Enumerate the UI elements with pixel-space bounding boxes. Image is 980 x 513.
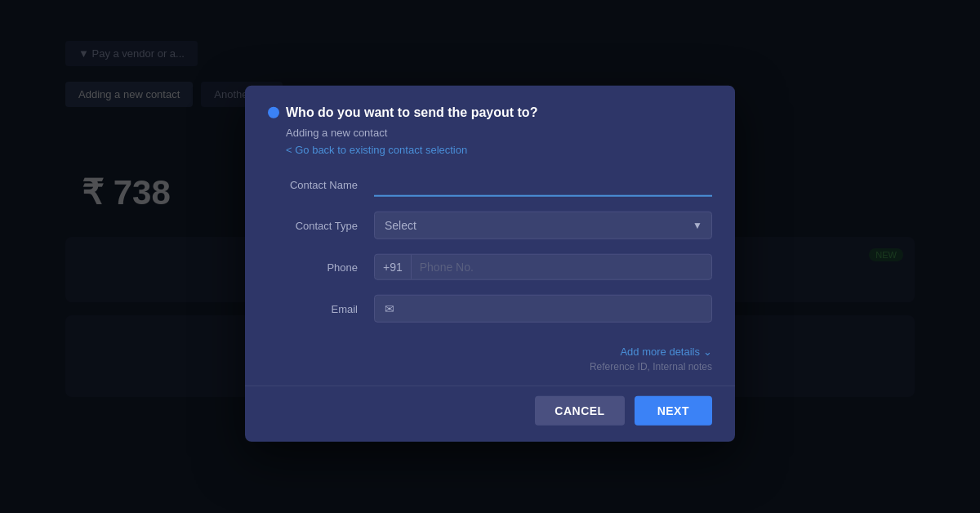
add-more-row: Add more details ⌄ Reference ID, Interna… [245,346,735,386]
phone-label: Phone [268,261,374,273]
next-button[interactable]: NEXT [635,396,712,426]
email-row: Email ✉ [268,295,712,323]
back-link[interactable]: < Go back to existing contact selection [286,144,712,156]
contact-type-wrapper: Select Vendor Customer Employee ▼ [374,212,712,239]
step-subtitle: Adding a new contact [286,127,712,139]
add-more-label: Add more details [620,346,700,358]
phone-wrapper: +91 [374,254,712,280]
step-dot-active [268,107,279,118]
add-more-hint: Reference ID, Internal notes [590,361,712,372]
contact-type-select[interactable]: Select Vendor Customer Employee [374,212,712,239]
phone-row: Phone +91 [268,254,712,280]
email-icon: ✉ [385,302,394,315]
step-title: Who do you want to send the payout to? [286,105,537,120]
contact-name-input[interactable] [374,172,712,197]
active-dialog: Who do you want to send the payout to? A… [245,86,735,442]
contact-type-label: Contact Type [268,219,374,231]
action-row: CANCEL NEXT [245,386,735,442]
step-indicator: Who do you want to send the payout to? [268,105,712,120]
step-header: Who do you want to send the payout to? A… [245,86,735,156]
contact-type-row: Contact Type Select Vendor Customer Empl… [268,212,712,239]
contact-name-row: Contact Name [268,172,712,197]
add-more-button[interactable]: Add more details ⌄ [620,346,712,358]
email-label: Email [268,302,374,314]
email-wrapper[interactable]: ✉ [374,295,712,323]
cancel-button[interactable]: CANCEL [535,396,624,426]
chevron-down-small-icon: ⌄ [703,346,712,358]
phone-prefix: +91 [383,255,412,279]
contact-name-label: Contact Name [268,178,374,190]
phone-input[interactable] [420,255,703,279]
form-section: Contact Name Contact Type Select Vendor … [245,156,735,346]
